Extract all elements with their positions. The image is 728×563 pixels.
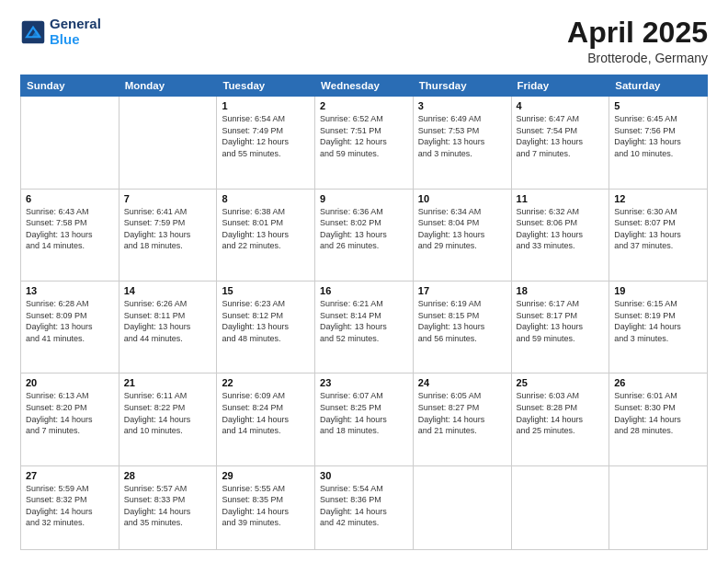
day-info: Sunrise: 6:43 AM Sunset: 7:58 PM Dayligh…	[26, 206, 114, 252]
page: GeneralBlue April 2025 Brotterode, Germa…	[0, 0, 728, 563]
calendar-week-row: 13Sunrise: 6:28 AM Sunset: 8:09 PM Dayli…	[21, 281, 708, 373]
day-number: 22	[222, 377, 310, 388]
day-info: Sunrise: 6:03 AM Sunset: 8:28 PM Dayligh…	[517, 390, 605, 436]
location: Brotterode, Germany	[567, 51, 708, 65]
day-info: Sunrise: 6:36 AM Sunset: 8:02 PM Dayligh…	[320, 206, 408, 252]
day-number: 7	[124, 193, 212, 204]
weekday-header-wednesday: Wednesday	[315, 75, 414, 97]
calendar-cell: 12Sunrise: 6:30 AM Sunset: 8:07 PM Dayli…	[609, 189, 708, 281]
calendar-cell: 15Sunrise: 6:23 AM Sunset: 8:12 PM Dayli…	[217, 281, 315, 373]
day-info: Sunrise: 6:23 AM Sunset: 8:12 PM Dayligh…	[222, 298, 310, 344]
weekday-header-tuesday: Tuesday	[217, 75, 315, 97]
calendar-cell	[413, 465, 511, 549]
day-number: 1	[222, 100, 310, 111]
calendar-cell: 6Sunrise: 6:43 AM Sunset: 7:58 PM Daylig…	[21, 189, 119, 281]
calendar-cell: 24Sunrise: 6:05 AM Sunset: 8:27 PM Dayli…	[413, 373, 511, 465]
calendar-cell: 14Sunrise: 6:26 AM Sunset: 8:11 PM Dayli…	[119, 281, 217, 373]
day-number: 26	[614, 377, 702, 388]
day-info: Sunrise: 6:38 AM Sunset: 8:01 PM Dayligh…	[222, 206, 310, 252]
logo-text: GeneralBlue	[50, 17, 101, 47]
day-info: Sunrise: 6:28 AM Sunset: 8:09 PM Dayligh…	[26, 298, 114, 344]
day-info: Sunrise: 5:59 AM Sunset: 8:32 PM Dayligh…	[26, 483, 114, 529]
day-number: 29	[222, 470, 310, 481]
weekday-header-monday: Monday	[119, 75, 217, 97]
day-number: 25	[517, 377, 605, 388]
calendar-cell: 26Sunrise: 6:01 AM Sunset: 8:30 PM Dayli…	[609, 373, 708, 465]
day-number: 14	[124, 285, 212, 296]
day-info: Sunrise: 6:26 AM Sunset: 8:11 PM Dayligh…	[124, 298, 212, 344]
day-number: 30	[320, 470, 408, 481]
day-info: Sunrise: 6:13 AM Sunset: 8:20 PM Dayligh…	[26, 390, 114, 436]
calendar-cell: 17Sunrise: 6:19 AM Sunset: 8:15 PM Dayli…	[413, 281, 511, 373]
calendar-cell: 20Sunrise: 6:13 AM Sunset: 8:20 PM Dayli…	[21, 373, 119, 465]
day-number: 12	[614, 193, 702, 204]
calendar-cell: 23Sunrise: 6:07 AM Sunset: 8:25 PM Dayli…	[315, 373, 414, 465]
calendar-table: SundayMondayTuesdayWednesdayThursdayFrid…	[20, 75, 708, 550]
day-number: 6	[26, 193, 114, 204]
calendar-cell: 28Sunrise: 5:57 AM Sunset: 8:33 PM Dayli…	[119, 465, 217, 549]
header: GeneralBlue April 2025 Brotterode, Germa…	[20, 17, 708, 65]
calendar-cell: 5Sunrise: 6:45 AM Sunset: 7:56 PM Daylig…	[609, 97, 708, 189]
weekday-header-thursday: Thursday	[413, 75, 511, 97]
calendar-cell: 1Sunrise: 6:54 AM Sunset: 7:49 PM Daylig…	[217, 97, 315, 189]
day-info: Sunrise: 6:11 AM Sunset: 8:22 PM Dayligh…	[124, 390, 212, 436]
calendar-cell: 19Sunrise: 6:15 AM Sunset: 8:19 PM Dayli…	[609, 281, 708, 373]
day-number: 24	[418, 377, 506, 388]
day-number: 23	[320, 377, 408, 388]
calendar-cell	[21, 97, 119, 189]
day-info: Sunrise: 6:19 AM Sunset: 8:15 PM Dayligh…	[418, 298, 506, 344]
day-number: 28	[124, 470, 212, 481]
day-number: 18	[517, 285, 605, 296]
calendar-cell: 21Sunrise: 6:11 AM Sunset: 8:22 PM Dayli…	[119, 373, 217, 465]
calendar-cell: 4Sunrise: 6:47 AM Sunset: 7:54 PM Daylig…	[511, 97, 609, 189]
calendar-cell	[119, 97, 217, 189]
calendar-header-row: SundayMondayTuesdayWednesdayThursdayFrid…	[21, 75, 708, 97]
calendar-cell: 10Sunrise: 6:34 AM Sunset: 8:04 PM Dayli…	[413, 189, 511, 281]
day-number: 10	[418, 193, 506, 204]
day-number: 19	[614, 285, 702, 296]
day-info: Sunrise: 6:34 AM Sunset: 8:04 PM Dayligh…	[418, 206, 506, 252]
day-info: Sunrise: 6:30 AM Sunset: 8:07 PM Dayligh…	[614, 206, 702, 252]
day-info: Sunrise: 6:09 AM Sunset: 8:24 PM Dayligh…	[222, 390, 310, 436]
day-info: Sunrise: 6:32 AM Sunset: 8:06 PM Dayligh…	[517, 206, 605, 252]
day-number: 17	[418, 285, 506, 296]
day-number: 20	[26, 377, 114, 388]
logo: GeneralBlue	[20, 17, 101, 47]
weekday-header-saturday: Saturday	[609, 75, 708, 97]
day-info: Sunrise: 6:21 AM Sunset: 8:14 PM Dayligh…	[320, 298, 408, 344]
day-info: Sunrise: 6:15 AM Sunset: 8:19 PM Dayligh…	[614, 298, 702, 344]
day-info: Sunrise: 6:45 AM Sunset: 7:56 PM Dayligh…	[614, 113, 702, 159]
month-title: April 2025	[567, 17, 708, 49]
calendar-cell	[511, 465, 609, 549]
calendar-cell: 25Sunrise: 6:03 AM Sunset: 8:28 PM Dayli…	[511, 373, 609, 465]
day-info: Sunrise: 6:05 AM Sunset: 8:27 PM Dayligh…	[418, 390, 506, 436]
calendar-cell: 30Sunrise: 5:54 AM Sunset: 8:36 PM Dayli…	[315, 465, 414, 549]
day-number: 11	[517, 193, 605, 204]
day-info: Sunrise: 5:55 AM Sunset: 8:35 PM Dayligh…	[222, 483, 310, 529]
svg-rect-0	[22, 20, 45, 43]
day-info: Sunrise: 6:17 AM Sunset: 8:17 PM Dayligh…	[517, 298, 605, 344]
logo-icon	[20, 19, 46, 45]
calendar-cell: 9Sunrise: 6:36 AM Sunset: 8:02 PM Daylig…	[315, 189, 414, 281]
day-number: 5	[614, 100, 702, 111]
calendar-cell: 27Sunrise: 5:59 AM Sunset: 8:32 PM Dayli…	[21, 465, 119, 549]
day-info: Sunrise: 5:54 AM Sunset: 8:36 PM Dayligh…	[320, 483, 408, 529]
calendar-cell: 2Sunrise: 6:52 AM Sunset: 7:51 PM Daylig…	[315, 97, 414, 189]
day-number: 27	[26, 470, 114, 481]
day-info: Sunrise: 6:01 AM Sunset: 8:30 PM Dayligh…	[614, 390, 702, 436]
day-number: 4	[517, 100, 605, 111]
calendar-cell: 8Sunrise: 6:38 AM Sunset: 8:01 PM Daylig…	[217, 189, 315, 281]
day-number: 13	[26, 285, 114, 296]
day-number: 15	[222, 285, 310, 296]
day-number: 2	[320, 100, 408, 111]
calendar-week-row: 20Sunrise: 6:13 AM Sunset: 8:20 PM Dayli…	[21, 373, 708, 465]
calendar-cell: 7Sunrise: 6:41 AM Sunset: 7:59 PM Daylig…	[119, 189, 217, 281]
day-info: Sunrise: 6:52 AM Sunset: 7:51 PM Dayligh…	[320, 113, 408, 159]
day-number: 8	[222, 193, 310, 204]
calendar-cell: 29Sunrise: 5:55 AM Sunset: 8:35 PM Dayli…	[217, 465, 315, 549]
day-number: 21	[124, 377, 212, 388]
day-info: Sunrise: 6:41 AM Sunset: 7:59 PM Dayligh…	[124, 206, 212, 252]
day-number: 3	[418, 100, 506, 111]
calendar-cell: 16Sunrise: 6:21 AM Sunset: 8:14 PM Dayli…	[315, 281, 414, 373]
title-block: April 2025 Brotterode, Germany	[567, 17, 708, 65]
